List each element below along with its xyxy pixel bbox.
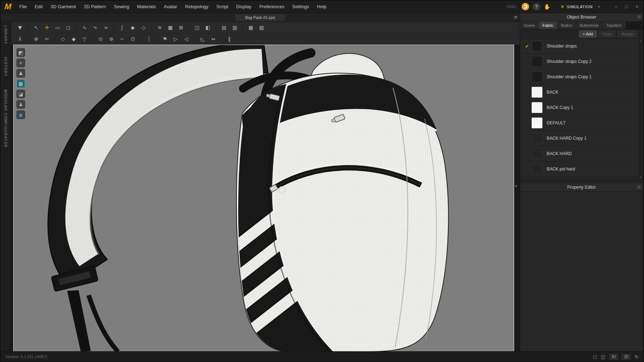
layer-up-icon[interactable]: ▤	[219, 23, 229, 32]
rail-tab-modular-configurator[interactable]: MODULAR CONFIGURATOR	[4, 88, 8, 149]
object-browser-popout-icon[interactable]: ⊡	[638, 15, 641, 19]
fabric-row[interactable]: BACK HARD Copy 1	[520, 131, 643, 146]
pin-icon[interactable]: ⊕	[31, 34, 41, 44]
show-mesh-icon[interactable]: ▧	[257, 23, 267, 32]
fabric-row[interactable]: BACK pol hard	[520, 162, 643, 177]
view-3d-button[interactable]: 3D	[609, 354, 618, 359]
arrange-right-icon[interactable]: ▷	[171, 34, 181, 44]
avatar-walk-icon[interactable]: λ	[15, 34, 25, 44]
lasso-select-icon[interactable]: ◻	[63, 23, 73, 32]
flag-icon[interactable]: ⚑	[160, 34, 170, 44]
edit-polygon-icon[interactable]: ◇	[138, 23, 148, 32]
property-editor-popout-icon[interactable]: ⊡	[638, 185, 641, 189]
simulate-dropdown-icon[interactable]: ▼	[15, 23, 25, 32]
menu-3d-garment[interactable]: 3D Garment	[47, 0, 80, 13]
minimize-button[interactable]: –	[614, 4, 619, 9]
copy-fabric-button[interactable]: Copy	[599, 30, 616, 38]
arrange-left-icon[interactable]: ◁	[181, 34, 191, 44]
uv-grid-icon[interactable]: ▩	[165, 23, 175, 32]
scroll-down-icon[interactable]: ▼	[640, 176, 642, 179]
fabric-row[interactable]: BACK Copy 1	[520, 100, 643, 115]
menu-retopology[interactable]: Retopology	[181, 0, 213, 13]
fabric-row[interactable]: Shoulder straps Copy 2	[520, 54, 643, 69]
menu-2d-pattern[interactable]: 2D Pattern	[80, 0, 110, 13]
maximize-button[interactable]: □	[624, 4, 629, 9]
fabric-row[interactable]: BACK HARD	[520, 146, 643, 162]
show-globe-toggle[interactable]: ●	[16, 110, 25, 119]
view-2d-button[interactable]: 2D	[622, 354, 631, 359]
close-button[interactable]: ×	[634, 4, 639, 9]
tab-fabric[interactable]: Fabric	[539, 21, 557, 29]
pleat-icon[interactable]: ▽	[79, 34, 89, 44]
add-fabric-button[interactable]: + Add	[579, 30, 597, 38]
menu-avatar[interactable]: Avatar	[160, 0, 181, 13]
pin-drag-icon[interactable]: ∿	[90, 23, 100, 32]
layer-down-icon[interactable]: ▥	[230, 23, 240, 32]
fabric-list-scrollbar[interactable]: ▲ ▼	[639, 39, 643, 179]
simulation-button[interactable]: » SIMULATION ▾	[559, 3, 604, 11]
help-icon[interactable]: ?	[533, 3, 540, 10]
show-seam-toggle[interactable]: ◪	[16, 90, 25, 98]
eyelet-icon[interactable]: ∅	[128, 34, 138, 44]
assign-fabric-button[interactable]: Assign	[618, 30, 637, 38]
seam-line-icon[interactable]: ─	[117, 34, 127, 44]
menu-settings[interactable]: Settings	[288, 0, 313, 13]
tab-scene[interactable]: Scene	[520, 21, 539, 29]
select-move-icon[interactable]: ↖	[31, 23, 41, 32]
fabric-row[interactable]: BACK	[520, 85, 643, 100]
document-tab[interactable]: Bag Pack #1.zprj	[235, 14, 285, 21]
tweak-mesh-icon[interactable]: ∿	[79, 23, 89, 32]
ruler-icon[interactable]: ◺	[197, 34, 208, 44]
mirror-pattern-icon[interactable]: ◫	[192, 23, 202, 32]
menu-display[interactable]: Display	[232, 0, 255, 13]
menu-preferences[interactable]: Preferences	[255, 0, 288, 13]
menu-file[interactable]: File	[15, 0, 31, 13]
dart-icon[interactable]: ◇	[58, 34, 68, 44]
fabric-row[interactable]: Shoulder straps Copy 1	[520, 69, 643, 85]
rail-tab-history[interactable]: HISTORY	[4, 56, 8, 78]
menu-materials[interactable]: Materials	[133, 0, 160, 13]
sewing-tool-icon[interactable]: ∫	[117, 23, 127, 32]
menu-sewing[interactable]: Sewing	[110, 0, 133, 13]
refresh-icon[interactable]: ↻	[635, 354, 639, 359]
viewport-3d[interactable]: ◩ ✦ ♟ ▦ ◪ ♟ ●	[13, 45, 514, 352]
zipper-icon[interactable]: ┆	[144, 34, 154, 44]
menu-help[interactable]: Help	[313, 0, 331, 13]
edit-points-icon[interactable]: ◆	[128, 23, 138, 32]
tape-measure-icon[interactable]: ⇔	[208, 34, 218, 44]
fabric-row-shoulder-straps[interactable]: ✔ Shoulder straps	[520, 39, 643, 54]
single-pane-icon[interactable]: ◻	[593, 354, 597, 359]
collapse-property-editor-icon[interactable]: ▸	[516, 184, 517, 188]
show-garment-toggle[interactable]: ◩	[16, 48, 25, 57]
simulation-dropdown-icon[interactable]: ▾	[595, 4, 602, 9]
show-avatar-toggle[interactable]: ♟	[16, 69, 25, 78]
tab-buttonhole[interactable]: Buttonhole	[576, 21, 603, 29]
smooth-mesh-icon[interactable]: ≈	[101, 23, 111, 32]
gesture-icon[interactable]: ✋	[544, 4, 551, 10]
half-symmetry-icon[interactable]: ◧	[203, 23, 213, 32]
add-pattern-icon[interactable]: ⊞	[176, 23, 186, 32]
split-pane-icon[interactable]: ◫	[601, 354, 605, 359]
scissors-icon[interactable]: ✂	[42, 34, 52, 44]
symmetry-line-icon[interactable]: ∥	[224, 34, 234, 44]
collapse-object-browser-icon[interactable]: ▸	[516, 15, 517, 19]
fabric-row[interactable]: DEFAULT	[520, 115, 643, 131]
show-avatar-skin-toggle[interactable]: ♟	[16, 100, 25, 109]
menu-script[interactable]: Script	[213, 0, 232, 13]
fold-arrangement-icon[interactable]: ≋	[155, 23, 165, 32]
notch-icon[interactable]: ◆	[69, 34, 79, 44]
show-mesh-toggle[interactable]: ▦	[16, 79, 25, 88]
account-icon[interactable]	[522, 3, 529, 10]
scroll-up-icon[interactable]: ▲	[640, 39, 642, 42]
menu-edit[interactable]: Edit	[31, 0, 47, 13]
show-texture-toggle[interactable]: ✦	[16, 59, 25, 67]
buttonhole-icon[interactable]: ⊚	[106, 34, 116, 44]
box-select-icon[interactable]: ▭	[53, 23, 63, 32]
transform-gizmo-icon[interactable]: ✛	[42, 23, 52, 32]
tab-button[interactable]: Button	[557, 21, 576, 29]
button-icon[interactable]: ⊙	[96, 34, 106, 44]
show-grid-icon[interactable]: ▦	[246, 23, 256, 32]
rail-tab-library[interactable]: LIBRARY	[4, 24, 8, 46]
backpack-3d-model[interactable]	[14, 45, 514, 352]
tab-topstitch[interactable]: Topstitch	[602, 21, 625, 29]
